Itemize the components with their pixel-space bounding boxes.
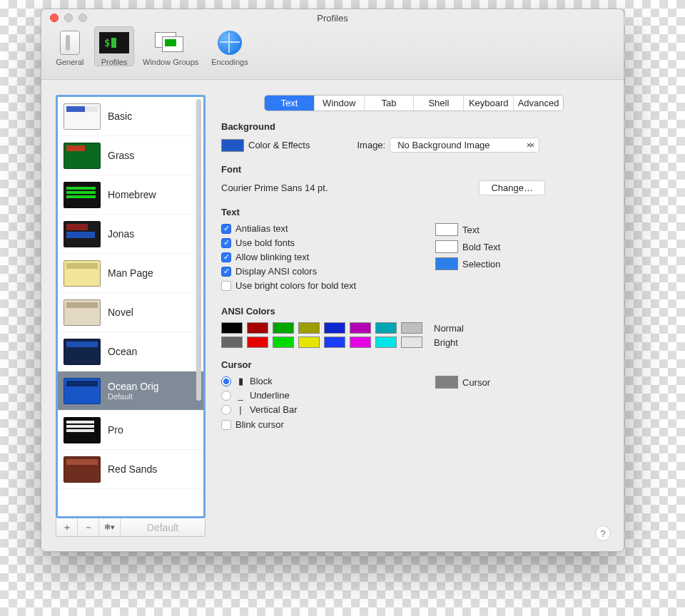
ansi-color-well[interactable]: [298, 337, 320, 348]
radio-icon: [221, 405, 231, 415]
profile-thumbnail: [64, 221, 101, 247]
cursor-glyph-icon: |: [235, 404, 245, 415]
profile-item[interactable]: Jonas: [58, 215, 203, 254]
remove-profile-button[interactable]: －: [78, 518, 99, 536]
ansi-color-well[interactable]: [401, 322, 422, 334]
text-section: Text Antialias textUse bold fontsAllow b…: [218, 207, 609, 294]
ansi-row-normal: Normal: [221, 322, 609, 334]
profile-item[interactable]: Homebrew: [58, 175, 203, 215]
ansi-color-well[interactable]: [221, 322, 243, 334]
section-heading: Font: [221, 164, 609, 175]
profile-name: Basic: [108, 111, 132, 122]
profile-thumbnail: [64, 417, 101, 443]
cursor-shape-vertical-bar[interactable]: |Vertical Bar: [221, 404, 414, 415]
toolbar-general[interactable]: General: [50, 26, 90, 66]
ansi-color-well[interactable]: [375, 337, 397, 348]
tab-tab[interactable]: Tab: [365, 96, 415, 111]
cursor-shape-underline[interactable]: _Underline: [221, 390, 414, 401]
cursor-glyph-icon: _: [235, 390, 245, 401]
windows-icon: [155, 32, 186, 53]
swatch-label: Text: [462, 225, 480, 235]
color-well[interactable]: [435, 257, 458, 270]
toolbar-encodings[interactable]: Encodings: [207, 26, 252, 66]
background-color-well[interactable]: [221, 139, 244, 152]
tab-window[interactable]: Window: [315, 96, 365, 111]
radio-icon: [221, 391, 231, 401]
ansi-color-well[interactable]: [221, 337, 243, 348]
swatch-label: Bold Text: [462, 242, 500, 252]
add-profile-button[interactable]: ＋: [56, 518, 78, 536]
ansi-color-well[interactable]: [298, 322, 320, 334]
section-heading: ANSI Colors: [221, 306, 609, 317]
checkbox-label: Blink cursor: [235, 419, 284, 430]
profile-name: Red Sands: [108, 463, 157, 475]
ansi-color-well[interactable]: [273, 337, 294, 348]
toolbar-window-groups[interactable]: Window Groups: [138, 26, 203, 66]
ansi-color-well[interactable]: [324, 322, 345, 334]
checkbox-antialias-text[interactable]: Antialias text: [221, 223, 414, 234]
toolbar: General $ Profiles Window Groups Encodin…: [41, 26, 624, 80]
change-font-button[interactable]: Change…: [479, 180, 545, 195]
tab-shell[interactable]: Shell: [414, 96, 464, 111]
checkbox-use-bright-colors-for-bold-text[interactable]: Use bright colors for bold text: [221, 280, 414, 291]
profile-thumbnail: [64, 378, 101, 404]
color-well[interactable]: [435, 223, 458, 236]
set-default-button[interactable]: Default: [121, 518, 205, 536]
profile-list[interactable]: BasicGrassHomebrewJonasMan PageNovelOcea…: [56, 95, 206, 518]
ansi-color-well[interactable]: [247, 322, 268, 334]
tab-text[interactable]: Text: [265, 96, 315, 111]
ansi-row-bright: Bright: [221, 337, 609, 348]
scrollbar[interactable]: [196, 99, 201, 401]
checkbox-label: Antialias text: [235, 223, 288, 234]
tab-keyboard[interactable]: Keyboard: [464, 96, 514, 111]
cursor-shape-block[interactable]: ▮Block: [221, 376, 414, 386]
toolbar-label: General: [56, 58, 83, 66]
background-image-popup[interactable]: No Background Image: [390, 138, 539, 153]
radio-label: Block: [250, 376, 273, 386]
zoom-button[interactable]: [78, 14, 87, 22]
cursor-glyph-icon: ▮: [235, 376, 245, 386]
swatch-label: Cursor: [462, 377, 490, 388]
profile-item[interactable]: Novel: [58, 293, 203, 332]
radio-icon: [221, 376, 231, 386]
help-button[interactable]: ?: [595, 525, 611, 541]
checkbox-icon: [221, 224, 231, 234]
checkbox-blink-cursor[interactable]: Blink cursor: [221, 419, 414, 430]
profile-actions-menu[interactable]: ✻▾: [99, 518, 121, 536]
profile-item[interactable]: Basic: [58, 97, 203, 136]
profile-name: Jonas: [108, 228, 134, 240]
checkbox-label: Display ANSI colors: [235, 266, 317, 277]
color-effects-label: Color & Effects: [248, 140, 310, 150]
ansi-color-well[interactable]: [247, 337, 268, 348]
checkbox-allow-blinking-text[interactable]: Allow blinking text: [221, 252, 414, 262]
profile-item[interactable]: Red Sands: [58, 450, 203, 489]
ansi-color-well[interactable]: [350, 322, 371, 334]
profile-name: Homebrew: [108, 189, 156, 200]
terminal-icon: $: [99, 32, 129, 53]
profile-name: Grass: [108, 150, 134, 161]
profile-item[interactable]: Grass: [58, 136, 203, 175]
profile-thumbnail: [64, 456, 101, 483]
profile-item[interactable]: Man Page: [58, 254, 203, 293]
section-heading: Background: [221, 121, 609, 132]
toolbar-profiles[interactable]: $ Profiles: [94, 26, 134, 66]
profile-item[interactable]: Ocean: [58, 332, 203, 371]
close-button[interactable]: [50, 14, 59, 22]
ansi-color-well[interactable]: [273, 322, 294, 334]
cursor-color-well[interactable]: [435, 376, 458, 389]
ansi-color-well[interactable]: [324, 337, 345, 348]
ansi-color-well[interactable]: [401, 337, 422, 348]
color-well[interactable]: [435, 240, 458, 253]
tab-advanced[interactable]: Advanced: [514, 96, 563, 111]
profile-item[interactable]: Pro: [58, 411, 203, 450]
globe-icon: [218, 31, 242, 55]
checkbox-use-bold-fonts[interactable]: Use bold fonts: [221, 237, 414, 248]
toolbar-label: Window Groups: [143, 58, 198, 66]
profile-item[interactable]: Ocean OrigDefault: [58, 371, 203, 411]
checkbox-display-ansi-colors[interactable]: Display ANSI colors: [221, 266, 414, 277]
minimize-button[interactable]: [64, 14, 73, 22]
profile-thumbnail: [64, 103, 101, 130]
switch-icon: [60, 31, 80, 55]
ansi-color-well[interactable]: [375, 322, 397, 334]
ansi-color-well[interactable]: [350, 337, 371, 348]
